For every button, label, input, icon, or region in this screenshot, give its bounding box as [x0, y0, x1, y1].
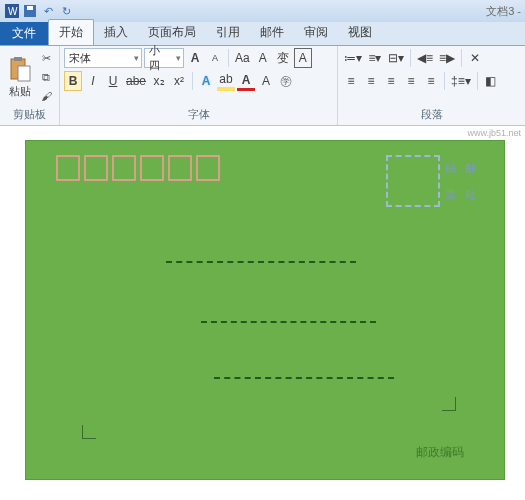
word-app-icon[interactable]: W — [4, 3, 20, 19]
separator — [477, 72, 478, 90]
char-border-icon[interactable]: A — [294, 48, 312, 68]
separator — [192, 72, 193, 90]
postcode-box[interactable] — [84, 155, 108, 181]
tab-references[interactable]: 引用 — [206, 20, 250, 45]
format-painter-icon[interactable]: 🖌 — [37, 87, 55, 105]
svg-rect-5 — [14, 57, 22, 61]
document-canvas[interactable]: www.jb51.net 贴 邮 票 处 邮政编码 — [0, 126, 525, 500]
line-spacing-icon[interactable]: ‡≡▾ — [449, 71, 473, 91]
postcode-box[interactable] — [168, 155, 192, 181]
ribbon: 粘贴 ✂ ⧉ 🖌 剪贴板 宋体 小四 A A Aa A 变 A — [0, 46, 525, 126]
font-color-icon[interactable]: A — [237, 71, 255, 91]
stamp-char: 处 — [460, 181, 480, 207]
svg-rect-3 — [27, 6, 33, 10]
tab-mailings[interactable]: 邮件 — [250, 20, 294, 45]
decrease-indent-icon[interactable]: ◀≡ — [415, 48, 435, 68]
subscript-button[interactable]: x₂ — [150, 71, 168, 91]
italic-button[interactable]: I — [84, 71, 102, 91]
stamp-char: 贴 — [440, 155, 460, 181]
copy-icon[interactable]: ⧉ — [37, 68, 55, 86]
save-icon[interactable] — [22, 3, 38, 19]
font-name-select[interactable]: 宋体 — [64, 48, 142, 68]
numbering-icon[interactable]: ≡▾ — [366, 48, 384, 68]
superscript-button[interactable]: x² — [170, 71, 188, 91]
address-line[interactable] — [214, 377, 394, 379]
align-right-icon[interactable]: ≡ — [382, 71, 400, 91]
quick-access-toolbar: W ↶ ↻ — [0, 3, 78, 19]
text-effects-icon[interactable]: A — [197, 71, 215, 91]
strike-button[interactable]: abe — [124, 71, 148, 91]
postcode-box[interactable] — [112, 155, 136, 181]
distributed-icon[interactable]: ≡ — [422, 71, 440, 91]
redo-icon[interactable]: ↻ — [58, 3, 74, 19]
stamp-area: 贴 邮 票 处 — [386, 155, 480, 207]
separator — [444, 72, 445, 90]
clear-format-icon[interactable]: A — [254, 48, 272, 68]
underline-button[interactable]: U — [104, 71, 122, 91]
align-left-icon[interactable]: ≡ — [342, 71, 360, 91]
postcode-box[interactable] — [196, 155, 220, 181]
paste-button[interactable]: 粘贴 — [4, 48, 35, 106]
enclose-char-icon[interactable]: ㊫ — [277, 71, 295, 91]
paragraph-group-label: 段落 — [342, 106, 521, 123]
separator — [410, 49, 411, 67]
tab-view[interactable]: 视图 — [338, 20, 382, 45]
phonetic-icon[interactable]: 变 — [274, 48, 292, 68]
shading-icon[interactable]: ◧ — [482, 71, 500, 91]
address-line[interactable] — [166, 261, 356, 263]
group-paragraph: ≔▾ ≡▾ ⊟▾ ◀≡ ≡▶ ✕ ≡ ≡ ≡ ≡ ≡ ‡≡▾ ◧ 段落 — [338, 46, 525, 125]
stamp-char: 票 — [440, 181, 460, 207]
asian-layout-icon[interactable]: ✕ — [466, 48, 484, 68]
watermark-text: www.jb51.net — [467, 128, 521, 138]
char-shading-icon[interactable]: A — [257, 71, 275, 91]
postcode-box[interactable] — [140, 155, 164, 181]
bold-button[interactable]: B — [64, 71, 82, 91]
align-center-icon[interactable]: ≡ — [362, 71, 380, 91]
paste-label: 粘贴 — [9, 84, 31, 99]
file-tab[interactable]: 文件 — [0, 22, 48, 45]
svg-rect-6 — [18, 66, 30, 81]
group-font: 宋体 小四 A A Aa A 变 A B I U abe x₂ x² A ab — [60, 46, 338, 125]
font-size-select[interactable]: 小四 — [144, 48, 184, 68]
postcode-label: 邮政编码 — [416, 444, 464, 461]
group-clipboard: 粘贴 ✂ ⧉ 🖌 剪贴板 — [0, 46, 60, 125]
separator — [228, 49, 229, 67]
corner-mark — [442, 397, 456, 411]
multilevel-icon[interactable]: ⊟▾ — [386, 48, 406, 68]
ribbon-tabs: 文件 开始 插入 页面布局 引用 邮件 审阅 视图 — [0, 22, 525, 46]
justify-icon[interactable]: ≡ — [402, 71, 420, 91]
bullets-icon[interactable]: ≔▾ — [342, 48, 364, 68]
clipboard-group-label: 剪贴板 — [4, 106, 55, 123]
change-case-icon[interactable]: Aa — [233, 48, 252, 68]
tab-insert[interactable]: 插入 — [94, 20, 138, 45]
address-line[interactable] — [201, 321, 376, 323]
increase-indent-icon[interactable]: ≡▶ — [437, 48, 457, 68]
separator — [461, 49, 462, 67]
tab-page-layout[interactable]: 页面布局 — [138, 20, 206, 45]
svg-text:W: W — [8, 6, 18, 17]
stamp-placeholder[interactable] — [386, 155, 440, 207]
shrink-font-icon[interactable]: A — [206, 48, 224, 68]
tab-review[interactable]: 审阅 — [294, 20, 338, 45]
highlight-icon[interactable]: ab — [217, 71, 235, 91]
undo-icon[interactable]: ↶ — [40, 3, 56, 19]
tab-home[interactable]: 开始 — [48, 19, 94, 45]
document-title: 文档3 - — [486, 4, 521, 19]
postcode-boxes — [56, 155, 220, 181]
stamp-label-grid: 贴 邮 票 处 — [440, 155, 480, 207]
font-group-label: 字体 — [64, 106, 333, 123]
corner-mark — [82, 425, 96, 439]
envelope-shape[interactable]: 贴 邮 票 处 邮政编码 — [25, 140, 505, 480]
stamp-char: 邮 — [460, 155, 480, 181]
postcode-box[interactable] — [56, 155, 80, 181]
cut-icon[interactable]: ✂ — [37, 49, 55, 67]
grow-font-icon[interactable]: A — [186, 48, 204, 68]
